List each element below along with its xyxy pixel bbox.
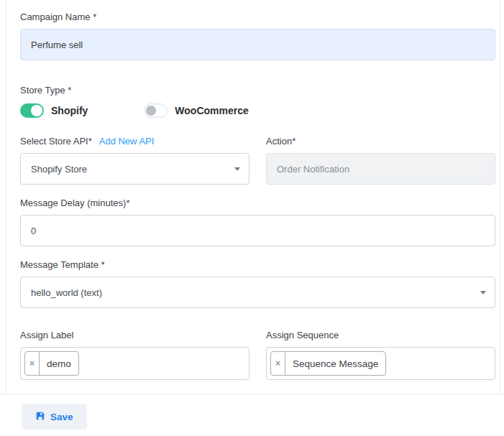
remove-tag-button[interactable]: × xyxy=(25,352,40,375)
message-template-select[interactable]: hello_world (text) xyxy=(20,277,495,308)
message-template-selected-value: hello_world (text) xyxy=(31,287,102,298)
remove-tag-button[interactable]: × xyxy=(271,352,285,375)
message-template-field-group: Message Template * hello_world (text) xyxy=(20,259,495,308)
woocommerce-toggle-label: WooCommerce xyxy=(175,105,248,116)
toggle-knob xyxy=(146,106,156,116)
assign-label-field-group: Assign Label × demo xyxy=(20,330,249,380)
assign-sequence-label: Assign Sequence xyxy=(266,330,495,341)
shopify-toggle-label: Shopify xyxy=(51,105,88,116)
message-delay-label: Message Delay (minutes)* xyxy=(20,198,495,209)
shopify-toggle[interactable] xyxy=(20,103,44,118)
message-template-label: Message Template * xyxy=(20,259,495,271)
action-field-group: Action* xyxy=(266,136,495,185)
caret-down-icon xyxy=(234,167,240,171)
action-label: Action* xyxy=(266,136,495,147)
form-footer: Save xyxy=(0,394,504,430)
woocommerce-toggle[interactable] xyxy=(144,103,168,118)
campaign-form: Campaign Name * Store Type * Shopify Woo… xyxy=(6,0,500,394)
tag-label: Sequence Message xyxy=(285,352,385,375)
store-type-option-shopify: Shopify xyxy=(20,103,88,118)
tag-label: demo xyxy=(40,352,78,375)
assign-sequence-field-group: Assign Sequence × Sequence Message xyxy=(266,330,495,380)
action-input xyxy=(266,153,495,185)
save-button-label: Save xyxy=(50,412,73,422)
store-api-label-line: Select Store API* Add New API xyxy=(20,136,249,147)
assign-sequence-multiselect[interactable]: × Sequence Message xyxy=(266,347,495,380)
tag-chip: × demo xyxy=(24,351,79,376)
assign-label-multiselect[interactable]: × demo xyxy=(20,347,249,380)
store-type-field-group: Store Type * Shopify WooCommerce xyxy=(20,85,495,119)
message-delay-input[interactable] xyxy=(20,215,495,246)
assign-label-label: Assign Label xyxy=(20,330,249,341)
add-new-api-link[interactable]: Add New API xyxy=(99,136,155,147)
caret-down-icon xyxy=(480,291,486,294)
store-api-selected-value: Shopify Store xyxy=(31,164,87,175)
campaign-name-label: Campaign Name * xyxy=(20,11,495,23)
campaign-name-input[interactable] xyxy=(20,29,495,60)
store-api-field-group: Select Store API* Add New API Shopify St… xyxy=(20,136,249,185)
campaign-name-field-group: Campaign Name * xyxy=(20,11,495,60)
tag-chip: × Sequence Message xyxy=(270,351,386,376)
store-api-select[interactable]: Shopify Store xyxy=(20,153,249,185)
store-api-action-row: Select Store API* Add New API Shopify St… xyxy=(20,136,495,185)
save-button[interactable]: Save xyxy=(22,404,87,430)
save-icon xyxy=(35,411,45,423)
assign-row: Assign Label × demo Assign Sequence × Se… xyxy=(20,330,495,380)
message-delay-field-group: Message Delay (minutes)* xyxy=(20,198,495,246)
store-api-label: Select Store API* xyxy=(20,136,92,147)
store-type-option-woocommerce: WooCommerce xyxy=(144,103,248,118)
toggle-knob xyxy=(31,105,42,116)
store-type-toggles: Shopify WooCommerce xyxy=(20,103,495,119)
store-type-label: Store Type * xyxy=(20,85,495,96)
